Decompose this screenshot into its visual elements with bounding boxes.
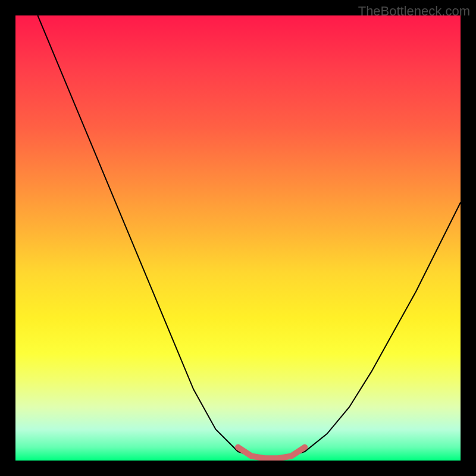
main-curve-line [37,15,461,458]
watermark-text: TheBottleneck.com [358,4,470,19]
chart-curves [15,15,461,461]
valley-highlight-line [238,447,305,459]
